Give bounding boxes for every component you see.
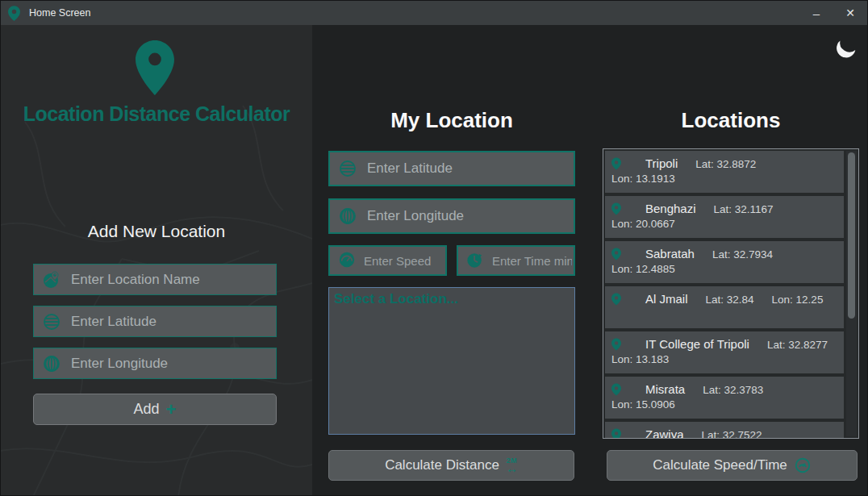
- location-longitude: Lon: 13.183: [611, 353, 669, 365]
- title-bar: Home Screen – ✕: [1, 1, 868, 25]
- add-button[interactable]: Add +: [33, 394, 277, 425]
- app-logo-pin-icon: [136, 38, 174, 98]
- my-location-heading: My Location: [328, 108, 575, 133]
- location-name: Benghazi: [629, 202, 696, 215]
- speed-field: [328, 245, 447, 276]
- app-pin-icon: [8, 5, 21, 21]
- pin-icon: [611, 202, 621, 215]
- my-longitude-input[interactable]: [330, 200, 574, 232]
- app-title: Location Distance Calculator: [1, 102, 312, 126]
- time-field: [457, 245, 575, 276]
- location-latitude: Lat: 32.7934: [712, 248, 773, 261]
- location-name-input[interactable]: [34, 265, 276, 294]
- location-name: Sabratah: [629, 247, 695, 261]
- time-input[interactable]: [458, 247, 574, 274]
- dark-mode-toggle-moon-icon[interactable]: [833, 36, 858, 62]
- location-list-item[interactable]: IT College of Tripoli Lat: 32.8277 Lon: …: [605, 331, 844, 373]
- locations-heading: Locations: [603, 108, 859, 133]
- new-latitude-input[interactable]: [34, 306, 276, 336]
- distance-arrow-icon: 2M ↔: [506, 458, 518, 473]
- location-list-item[interactable]: Al Jmail Lat: 32.84 Lon: 12.25: [605, 286, 844, 328]
- location-longitude: Lon: 12.25: [772, 294, 824, 306]
- gauge-icon: [794, 456, 812, 474]
- pin-icon: [611, 338, 621, 351]
- location-select-box[interactable]: Select a Location...: [328, 287, 575, 435]
- location-name-field: [33, 264, 277, 295]
- pin-icon: [611, 293, 621, 306]
- location-longitude: Lon: 20.0667: [611, 218, 675, 230]
- location-longitude: Lon: 13.1913: [611, 173, 675, 185]
- add-button-label: Add: [134, 401, 160, 418]
- calculate-distance-button[interactable]: Calculate Distance 2M ↔: [328, 450, 574, 481]
- location-list-item[interactable]: Benghazi Lat: 32.1167 Lon: 20.0667: [605, 196, 844, 238]
- new-latitude-field: [33, 306, 277, 337]
- location-latitude: Lat: 32.3783: [703, 384, 763, 396]
- my-longitude-field: [328, 198, 575, 234]
- close-icon: ✕: [845, 6, 855, 19]
- left-panel: Location Distance Calculator Add New Loc…: [1, 25, 312, 496]
- locations-list: Tripoli Lat: 32.8872 Lon: 13.1913 Bengha…: [603, 148, 859, 439]
- location-name: Al Jmail: [629, 292, 688, 306]
- location-name: Tripoli: [629, 156, 678, 170]
- my-latitude-input[interactable]: [330, 152, 574, 185]
- location-list-item[interactable]: Misrata Lat: 32.3783 Lon: 15.0906: [605, 377, 844, 419]
- location-latitude: Lat: 32.84: [706, 294, 754, 306]
- locations-list-rows: Tripoli Lat: 32.8872 Lon: 13.1913 Bengha…: [605, 151, 844, 439]
- location-name: Misrata: [629, 382, 685, 396]
- speed-input[interactable]: [330, 247, 445, 274]
- location-latitude: Lat: 32.7522: [702, 429, 762, 439]
- new-longitude-field: [33, 348, 277, 379]
- pin-icon: [611, 248, 621, 261]
- location-longitude: Lon: 12.4885: [611, 263, 675, 275]
- pin-icon: [611, 157, 621, 170]
- my-latitude-field: [328, 151, 575, 186]
- minimize-icon: –: [813, 6, 820, 20]
- location-select-placeholder: Select a Location...: [334, 291, 570, 307]
- location-name: Zawiya: [629, 427, 684, 439]
- minimize-button[interactable]: –: [799, 1, 833, 25]
- calculate-distance-label: Calculate Distance: [385, 457, 499, 473]
- location-list-item[interactable]: Zawiya Lat: 32.7522 Lon: 12.7278: [605, 422, 844, 439]
- location-latitude: Lat: 32.8277: [767, 339, 828, 351]
- location-name: IT College of Tripoli: [629, 337, 749, 351]
- location-list-item[interactable]: Sabratah Lat: 32.7934 Lon: 12.4885: [605, 241, 844, 283]
- pin-icon: [611, 383, 621, 396]
- close-button[interactable]: ✕: [833, 1, 867, 25]
- window-title: Home Screen: [29, 7, 90, 19]
- pin-icon: [611, 428, 621, 439]
- calculate-speed-time-label: Calculate Speed/Time: [653, 457, 787, 473]
- add-new-location-heading: Add New Location: [1, 222, 312, 241]
- location-latitude: Lat: 32.8872: [695, 158, 756, 170]
- location-list-item[interactable]: Tripoli Lat: 32.8872 Lon: 13.1913: [605, 151, 844, 193]
- calculate-speed-time-button[interactable]: Calculate Speed/Time: [607, 450, 858, 481]
- locations-scrollbar[interactable]: [846, 151, 857, 436]
- app-window: Home Screen – ✕ Location Distance Calcul…: [0, 0, 868, 496]
- scrollbar-thumb[interactable]: [848, 152, 855, 319]
- location-latitude: Lat: 32.1167: [714, 203, 774, 215]
- location-longitude: Lon: 15.0906: [611, 398, 675, 411]
- new-longitude-input[interactable]: [34, 348, 276, 378]
- plus-icon: +: [166, 401, 177, 419]
